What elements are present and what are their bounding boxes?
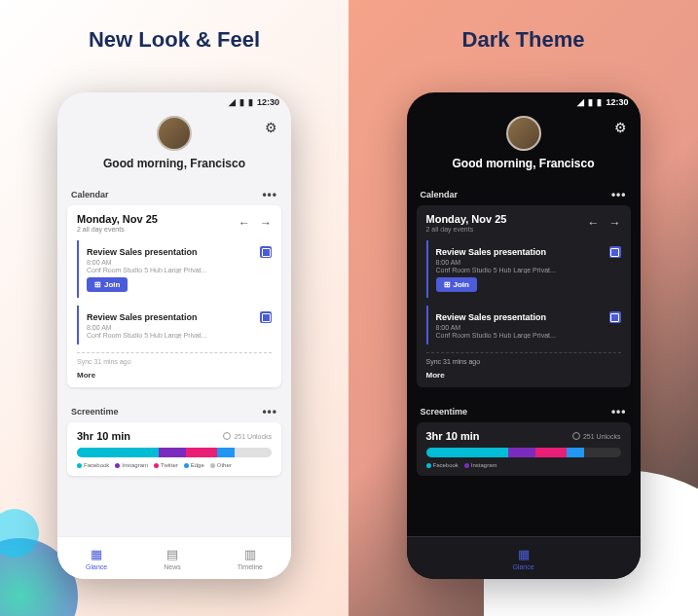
- unlocks-count: 251 Unlocks: [572, 432, 621, 440]
- section-label: Calendar: [71, 190, 109, 199]
- event-time: 8:00 AM: [436, 259, 621, 266]
- greeting-text: Good morning, Francisco: [407, 157, 641, 170]
- sync-status: Sync 31 mins ago: [426, 352, 621, 365]
- teams-icon: [260, 311, 272, 323]
- event-title: Review Sales presentation: [87, 312, 198, 322]
- legend-dot: [426, 463, 431, 468]
- avatar[interactable]: [506, 116, 541, 151]
- screentime-bar: [77, 448, 272, 457]
- glance-icon: ▦: [91, 547, 102, 562]
- event-title: Review Sales presentation: [87, 247, 198, 257]
- calendar-event[interactable]: Review Sales presentation 8:00 AM Conf R…: [426, 306, 621, 344]
- legend-dot: [210, 463, 215, 468]
- more-icon[interactable]: •••: [262, 188, 277, 201]
- bar-segment-twitter: [535, 448, 567, 457]
- screentime-bar: [426, 448, 621, 457]
- bar-segment-edge: [217, 448, 235, 457]
- teams-icon: [609, 246, 621, 258]
- event-time: 8:00 AM: [436, 324, 621, 331]
- legend-dot: [464, 463, 469, 468]
- glance-icon: ▦: [518, 547, 530, 562]
- fingerprint-icon: [223, 432, 231, 440]
- gear-icon[interactable]: ⚙: [614, 120, 627, 135]
- unlocks-count: 251 Unlocks: [223, 432, 272, 440]
- event-title: Review Sales presentation: [436, 247, 547, 257]
- event-title: Review Sales presentation: [436, 312, 547, 322]
- arrow-left-icon[interactable]: ←: [239, 216, 250, 230]
- arrow-right-icon[interactable]: →: [609, 216, 621, 230]
- bottom-nav: ▦ Glance ▤ News ▥ Timeline: [57, 536, 291, 579]
- calendar-card: Monday, Nov 25 2 all day events ← → Revi…: [417, 205, 631, 387]
- legend-dot: [184, 463, 189, 468]
- teams-icon: [609, 311, 621, 323]
- bar-segment-instagram: [508, 448, 535, 457]
- event-time: 8:00 AM: [87, 324, 272, 331]
- bar-segment-facebook: [426, 448, 508, 457]
- event-location: Conf Room Studio 5 Hub Large Privat...: [87, 332, 272, 339]
- screentime-section-header: Screentime •••: [57, 397, 291, 422]
- section-label: Screentime: [421, 407, 468, 417]
- bar-segment-facebook: [77, 448, 159, 457]
- bar-segment-instagram: [159, 448, 186, 457]
- panel-dark: Dark Theme ◢ ▮ ▮ 12:30 ⚙ Good morning, F…: [349, 0, 698, 616]
- calendar-event[interactable]: Review Sales presentation 8:00 AM Conf R…: [77, 306, 272, 344]
- wifi-icon: ◢: [577, 97, 584, 107]
- panel-light: New Look & Feel ◢ ▮ ▮ 12:30 ⚙ Good morni…: [0, 0, 349, 616]
- bar-segment-twitter: [186, 448, 217, 457]
- nav-timeline[interactable]: ▥ Timeline: [238, 547, 263, 570]
- legend-dot: [154, 463, 159, 468]
- app-header: ⚙ Good morning, Francisco: [57, 112, 291, 180]
- section-label: Calendar: [421, 190, 459, 199]
- app-header: ⚙ Good morning, Francisco: [407, 112, 641, 180]
- calendar-date: Monday, Nov 25: [426, 213, 507, 225]
- screentime-card: 3hr 10 min 251 Unlocks Facebook Instagra…: [67, 422, 281, 476]
- more-link[interactable]: More: [426, 371, 621, 380]
- join-button[interactable]: ⊞ Join: [87, 277, 128, 292]
- screentime-duration: 3hr 10 min: [426, 430, 480, 442]
- bottom-nav: ▦ Glance: [407, 536, 641, 579]
- more-icon[interactable]: •••: [611, 405, 627, 418]
- news-icon: ▤: [166, 547, 178, 562]
- section-label: Screentime: [71, 407, 119, 417]
- greeting-text: Good morning, Francisco: [57, 157, 291, 170]
- status-bar: ◢ ▮ ▮ 12:30: [407, 92, 641, 112]
- more-icon[interactable]: •••: [611, 188, 627, 201]
- nav-glance[interactable]: ▦ Glance: [86, 547, 107, 570]
- legend-dot: [77, 463, 82, 468]
- wifi-icon: ◢: [229, 97, 236, 107]
- camera-icon: ⊞: [444, 280, 451, 289]
- phone-frame-light: ◢ ▮ ▮ 12:30 ⚙ Good morning, Francisco Ca…: [57, 92, 291, 579]
- more-link[interactable]: More: [77, 371, 272, 380]
- signal-icon: ▮: [588, 97, 593, 107]
- join-label: Join: [454, 280, 469, 289]
- join-button[interactable]: ⊞ Join: [436, 277, 477, 292]
- nav-news[interactable]: ▤ News: [164, 547, 181, 570]
- timeline-icon: ▥: [244, 547, 256, 562]
- battery-icon: ▮: [597, 97, 602, 107]
- status-time: 12:30: [606, 97, 628, 107]
- battery-icon: ▮: [248, 97, 253, 107]
- calendar-event[interactable]: Review Sales presentation 8:00 AM Conf R…: [426, 240, 621, 298]
- screentime-section-header: Screentime •••: [407, 397, 641, 422]
- join-label: Join: [104, 280, 120, 289]
- panel-title: New Look & Feel: [0, 27, 349, 53]
- arrow-right-icon[interactable]: →: [260, 216, 272, 230]
- screentime-duration: 3hr 10 min: [77, 430, 130, 442]
- arrow-left-icon[interactable]: ←: [588, 216, 600, 230]
- avatar[interactable]: [157, 116, 192, 151]
- panel-title: Dark Theme: [349, 27, 698, 53]
- screentime-legend: Facebook Instagram: [426, 462, 621, 468]
- gear-icon[interactable]: ⚙: [265, 120, 277, 135]
- sync-status: Sync 31 mins ago: [77, 352, 272, 365]
- fingerprint-icon: [572, 432, 580, 440]
- more-icon[interactable]: •••: [262, 405, 277, 418]
- phone-frame-dark: ◢ ▮ ▮ 12:30 ⚙ Good morning, Francisco Ca…: [407, 92, 641, 579]
- legend-dot: [115, 463, 120, 468]
- screentime-legend: Facebook Instagram Twitter Edge Other: [77, 462, 272, 468]
- calendar-allday: 2 all day events: [77, 226, 158, 233]
- bar-segment-edge: [567, 448, 584, 457]
- signal-icon: ▮: [239, 97, 244, 107]
- calendar-date: Monday, Nov 25: [77, 213, 158, 225]
- calendar-event[interactable]: Review Sales presentation 8:00 AM Conf R…: [77, 240, 272, 298]
- nav-glance[interactable]: ▦ Glance: [512, 547, 533, 570]
